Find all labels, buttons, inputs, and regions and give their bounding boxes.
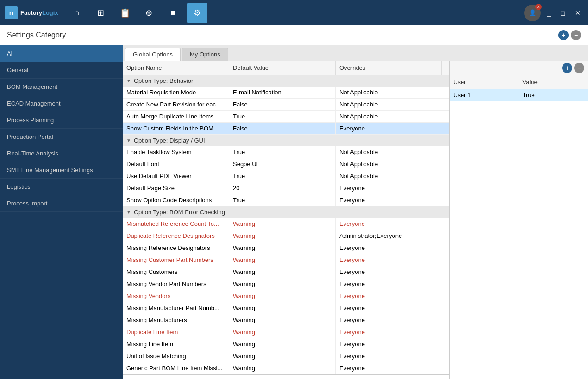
home-nav-btn[interactable]: ⌂ (67, 3, 87, 23)
table-row[interactable]: Show Custom Fields in the BOM... False E… (123, 123, 449, 135)
table-row[interactable]: Material Requisition Mode E-mail Notific… (123, 87, 449, 99)
title-buttons: + − (558, 30, 581, 40)
sidebar-item-realtime[interactable]: Real-Time Analysis (0, 145, 123, 162)
section-label-display: Option Type: Display / GUI (134, 137, 205, 144)
cell-value: True (229, 170, 336, 182)
table-row[interactable]: Missing Customer Part Numbers Warning Ev… (123, 254, 449, 266)
table-scroll[interactable]: ▼ Option Type: Behavior Material Requisi… (123, 75, 449, 374)
table-row[interactable]: Missing Customers Warning Everyone (123, 266, 449, 278)
sidebar-item-bom[interactable]: BOM Management (0, 79, 123, 95)
tab-my-options[interactable]: My Options (182, 48, 228, 61)
user-badge: ✕ (535, 4, 542, 10)
right-panel-add-button[interactable]: + (562, 63, 572, 73)
options-table: Option Name Default Value Overrides ▼ Op… (123, 61, 449, 379)
section-label-bom-error: Option Type: BOM Error Checking (134, 209, 225, 216)
globe-nav-btn[interactable]: ⊕ (139, 3, 159, 23)
table-row[interactable]: Unit of Issue Matching Warning Everyone (123, 350, 449, 362)
section-triangle-display: ▼ (126, 138, 131, 143)
cell-value: E-mail Notification (229, 87, 336, 98)
cell-name: Material Requisition Mode (123, 87, 229, 98)
section-label-behavior: Option Type: Behavior (134, 77, 193, 84)
sidebar-item-logistics[interactable]: Logistics (0, 179, 123, 195)
table-row[interactable]: Missing Vendor Part Numbers Warning Ever… (123, 278, 449, 290)
sidebar-item-process-import[interactable]: Process Import (0, 195, 123, 212)
table-row[interactable]: Create New Part Revision for eac... Fals… (123, 99, 449, 111)
cell-overrides: Not Applicable (336, 87, 442, 98)
right-panel: + − User Value User 1 True (449, 61, 588, 379)
cell-value: Warning (229, 314, 336, 326)
cell-value: Warning (229, 350, 336, 362)
table-row[interactable]: Use Default PDF Viewer True Not Applicab… (123, 170, 449, 182)
cell-name: Missing Vendor Part Numbers (123, 278, 229, 290)
table-headers: Option Name Default Value Overrides (123, 61, 449, 75)
table-row[interactable]: Generic Part BOM Line Item Missi... Warn… (123, 362, 449, 374)
gear-nav-btn[interactable]: ⚙ (187, 3, 207, 23)
cell-value: Warning (229, 230, 336, 242)
table-row[interactable]: Default Page Size 20 Everyone (123, 182, 449, 194)
table-row[interactable]: Auto Merge Duplicate Line Items True Not… (123, 111, 449, 123)
cell-overrides: Everyone (336, 338, 442, 350)
user-avatar[interactable]: 👤 ✕ (524, 5, 541, 21)
cell-value: True (229, 194, 336, 206)
cell-value: Warning (229, 302, 336, 314)
table-row[interactable]: Missing Vendors Warning Everyone (123, 290, 449, 302)
cell-value: 20 (229, 182, 336, 194)
close-btn[interactable]: ✕ (572, 7, 583, 19)
cell-overrides: Everyone (336, 218, 442, 230)
book-nav-btn[interactable]: 📋 (115, 3, 135, 23)
cell-overrides: Not Applicable (336, 111, 442, 122)
sidebar-item-all[interactable]: All (0, 45, 123, 62)
cell-name: Missing Manufacturers (123, 314, 229, 326)
right-cell-value: True (519, 89, 588, 101)
cell-overrides: Everyone (336, 302, 442, 314)
table-row[interactable]: Show Option Code Descriptions True Every… (123, 194, 449, 206)
cell-name: Duplicate Line Item (123, 326, 229, 338)
sidebar-item-smt[interactable]: SMT Line Management Settings (0, 162, 123, 179)
table-row[interactable]: Duplicate Line Item Warning Everyone (123, 326, 449, 338)
cell-value: Warning (229, 266, 336, 278)
cell-name: Default Font (123, 158, 229, 170)
minimize-btn[interactable]: ⎯ (544, 7, 554, 19)
cell-name: Default Page Size (123, 182, 229, 194)
section-behavior: ▼ Option Type: Behavior (123, 75, 449, 87)
grid-nav-btn[interactable]: ⊞ (91, 3, 111, 23)
monitor-nav-btn[interactable]: ■ (163, 3, 183, 23)
add-setting-button[interactable]: + (558, 30, 569, 40)
table-row[interactable]: Missing Manufacturer Part Numb... Warnin… (123, 302, 449, 314)
cell-name: Missing Reference Designators (123, 242, 229, 254)
sidebar-item-general[interactable]: General (0, 62, 123, 79)
remove-setting-button[interactable]: − (571, 30, 581, 40)
cell-overrides: Everyone (336, 242, 442, 254)
cell-value: Warning (229, 254, 336, 266)
sidebar-item-ecad[interactable]: ECAD Management (0, 95, 123, 112)
table-row[interactable]: Missing Reference Designators Warning Ev… (123, 242, 449, 254)
cell-value: True (229, 146, 336, 158)
tab-global-options[interactable]: Global Options (125, 48, 181, 61)
cell-overrides: Everyone (336, 362, 442, 374)
sidebar-item-production-portal[interactable]: Production Portal (0, 129, 123, 145)
sidebar-item-process-planning[interactable]: Process Planning (0, 112, 123, 129)
restore-btn[interactable]: ◻ (557, 7, 569, 19)
table-row[interactable]: Default Font Segoe UI Not Applicable (123, 158, 449, 170)
cell-overrides: Everyone (336, 350, 442, 362)
cell-value: False (229, 123, 336, 134)
table-row[interactable]: Missing Manufacturers Warning Everyone (123, 314, 449, 326)
settings-title-bar: Settings Category + − (0, 25, 588, 45)
col-header-option-name: Option Name (123, 61, 229, 75)
right-panel-row[interactable]: User 1 True (450, 89, 588, 101)
cell-overrides: Everyone (336, 326, 442, 338)
cell-value: True (229, 111, 336, 122)
cell-value: Segoe UI (229, 158, 336, 170)
nav-right: 👤 ✕ ⎯ ◻ ✕ (524, 5, 583, 21)
right-panel-remove-button[interactable]: − (574, 63, 584, 73)
cell-value: Warning (229, 290, 336, 302)
navbar: n FactoryLogix ⌂ ⊞ 📋 ⊕ ■ ⚙ 👤 ✕ ⎯ ◻ ✕ (0, 0, 588, 25)
cell-value: Warning (229, 338, 336, 350)
table-row[interactable]: Enable Taskflow System True Not Applicab… (123, 146, 449, 158)
section-bom-error: ▼ Option Type: BOM Error Checking (123, 206, 449, 218)
table-row[interactable]: Missing Line Item Warning Everyone (123, 338, 449, 350)
table-row[interactable]: Mismatched Reference Count To... Warning… (123, 218, 449, 230)
section-triangle-bom-error: ▼ (126, 210, 131, 215)
table-row[interactable]: Duplicate Reference Designators Warning … (123, 230, 449, 242)
cell-overrides: Everyone (336, 254, 442, 266)
